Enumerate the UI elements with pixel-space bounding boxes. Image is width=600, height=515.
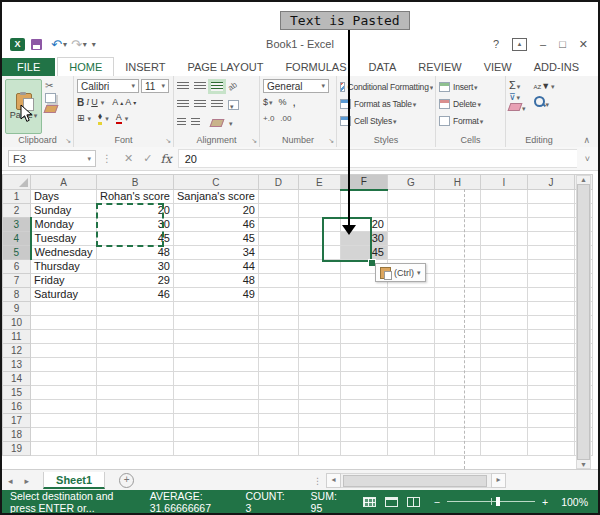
cell-i17[interactable] xyxy=(480,414,527,428)
sort-filter-button[interactable]: AZ▼ xyxy=(534,81,555,91)
cell-e2[interactable] xyxy=(298,204,340,218)
cell-h17[interactable] xyxy=(434,414,480,428)
cancel-entry-icon[interactable]: ✕ xyxy=(124,152,133,165)
cell-g3[interactable] xyxy=(387,218,434,232)
sheet-nav-right-icon[interactable]: ▸ xyxy=(19,476,36,486)
cell-i8[interactable] xyxy=(480,288,527,302)
increase-indent-icon[interactable] xyxy=(191,118,200,127)
font-size-select[interactable]: 11 xyxy=(141,79,169,93)
cell-e13[interactable] xyxy=(298,358,340,372)
cell-c14[interactable] xyxy=(173,372,258,386)
restore-button[interactable]: □ xyxy=(559,38,566,50)
cell-h1[interactable] xyxy=(434,190,480,204)
quick-access-customize-icon[interactable]: ▾ xyxy=(92,40,96,49)
cell-a19[interactable] xyxy=(31,442,97,456)
column-header-b[interactable]: B xyxy=(97,175,174,190)
cell-i7[interactable] xyxy=(480,274,527,288)
cell-d7[interactable] xyxy=(258,274,298,288)
format-as-table-button[interactable]: Format as Table xyxy=(340,96,433,111)
column-header-c[interactable]: C xyxy=(173,175,258,190)
cell-e18[interactable] xyxy=(298,428,340,442)
scroll-down-icon[interactable]: ▼ xyxy=(580,461,587,468)
cell-e1[interactable] xyxy=(298,190,340,204)
fill-color-caret-icon[interactable] xyxy=(104,113,109,123)
cell-j17[interactable] xyxy=(527,414,574,428)
cell-f15[interactable] xyxy=(340,386,387,400)
cell-a9[interactable] xyxy=(31,302,97,316)
tab-page-layout[interactable]: PAGE LAYOUT xyxy=(176,58,274,76)
underline-caret-icon[interactable] xyxy=(100,97,105,107)
cell-g9[interactable] xyxy=(387,302,434,316)
cell-d16[interactable] xyxy=(258,400,298,414)
row-header-1[interactable]: 1 xyxy=(3,190,31,204)
tab-file[interactable]: FILE xyxy=(2,58,55,76)
cell-a17[interactable] xyxy=(31,414,97,428)
format-painter-icon[interactable] xyxy=(44,105,59,113)
cell-h10[interactable] xyxy=(434,316,480,330)
font-dialog-launcher-icon[interactable]: ↘ xyxy=(165,135,171,147)
cell-j3[interactable] xyxy=(527,218,574,232)
increase-decimal-icon[interactable]: +.0 xyxy=(263,114,274,123)
column-header-j[interactable]: J xyxy=(527,175,574,190)
cut-icon[interactable]: ✂ xyxy=(45,80,57,91)
find-select-button[interactable] xyxy=(534,96,555,109)
cell-b12[interactable] xyxy=(97,344,174,358)
column-header-h[interactable]: H xyxy=(434,175,480,190)
cell-g5[interactable] xyxy=(387,246,434,260)
cell-i13[interactable] xyxy=(480,358,527,372)
cell-a6[interactable]: Thursday xyxy=(31,260,97,274)
cell-d14[interactable] xyxy=(258,372,298,386)
align-right-icon[interactable] xyxy=(211,100,223,109)
font-family-select[interactable]: Calibri xyxy=(77,79,139,93)
middle-align-icon[interactable] xyxy=(194,82,206,91)
column-header-i[interactable]: I xyxy=(480,175,527,190)
tab-review[interactable]: REVIEW xyxy=(407,58,472,76)
row-header-13[interactable]: 13 xyxy=(3,358,31,372)
cell-c4[interactable]: 45 xyxy=(173,232,258,246)
new-sheet-button[interactable]: + xyxy=(119,473,134,488)
font-color-button[interactable]: A xyxy=(116,112,122,124)
cell-j4[interactable] xyxy=(527,232,574,246)
cell-d8[interactable] xyxy=(258,288,298,302)
zoom-out-button[interactable]: − xyxy=(434,496,440,508)
cell-styles-button[interactable]: Cell Styles xyxy=(340,113,433,128)
row-header-8[interactable]: 8 xyxy=(3,288,31,302)
row-header-5[interactable]: 5 xyxy=(3,246,31,260)
cell-c17[interactable] xyxy=(173,414,258,428)
cell-f18[interactable] xyxy=(340,428,387,442)
cell-h5[interactable] xyxy=(434,246,480,260)
cell-c10[interactable] xyxy=(173,316,258,330)
row-header-2[interactable]: 2 xyxy=(3,204,31,218)
cell-a3[interactable]: Monday xyxy=(31,218,97,232)
conditional-formatting-button[interactable]: Conditional Formatting xyxy=(340,79,433,94)
decrease-indent-icon[interactable] xyxy=(177,118,186,127)
column-header-a[interactable]: A xyxy=(31,175,97,190)
save-icon[interactable] xyxy=(31,39,42,50)
cell-a13[interactable] xyxy=(31,358,97,372)
cell-h9[interactable] xyxy=(434,302,480,316)
cell-a16[interactable] xyxy=(31,400,97,414)
cell-h14[interactable] xyxy=(434,372,480,386)
cell-c16[interactable] xyxy=(173,400,258,414)
cell-b11[interactable] xyxy=(97,330,174,344)
cell-b10[interactable] xyxy=(97,316,174,330)
sheet-tab-sheet1[interactable]: Sheet1 xyxy=(43,472,105,489)
number-dialog-launcher-icon[interactable]: ↘ xyxy=(328,135,334,147)
horizontal-scroll-thumb[interactable] xyxy=(343,475,487,487)
italic-button[interactable]: I xyxy=(86,97,89,107)
alignment-dialog-launcher-icon[interactable]: ↘ xyxy=(251,135,257,147)
cell-b19[interactable] xyxy=(97,442,174,456)
wrap-text-icon[interactable] xyxy=(210,119,225,127)
cell-g10[interactable] xyxy=(387,316,434,330)
cell-c15[interactable] xyxy=(173,386,258,400)
vertical-scroll-thumb[interactable] xyxy=(577,184,590,460)
cell-f5[interactable]: 45 xyxy=(340,246,387,260)
cell-e7[interactable] xyxy=(298,274,340,288)
cell-d1[interactable] xyxy=(258,190,298,204)
cell-i2[interactable] xyxy=(480,204,527,218)
cell-j10[interactable] xyxy=(527,316,574,330)
cell-f19[interactable] xyxy=(340,442,387,456)
ribbon-display-options-icon[interactable]: ▴ xyxy=(512,38,527,51)
cell-g17[interactable] xyxy=(387,414,434,428)
cell-g13[interactable] xyxy=(387,358,434,372)
